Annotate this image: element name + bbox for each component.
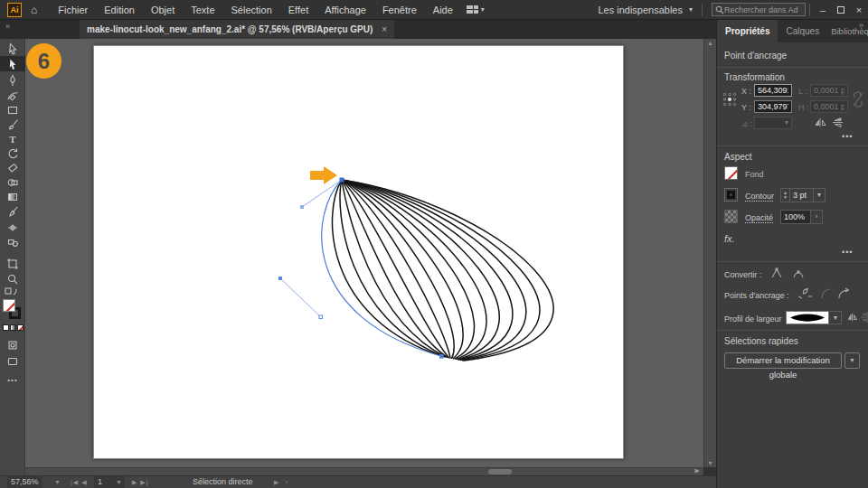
rotate-tool[interactable] — [0, 145, 25, 161]
stroke-width-stepper[interactable]: ▲▼ 3 pt ▼ — [780, 188, 826, 202]
last-artboard-icon[interactable]: ▶ ▶| — [132, 476, 149, 488]
x-field[interactable] — [754, 84, 792, 97]
link-dimensions-icon[interactable] — [852, 90, 864, 108]
collapse-panel-icon[interactable]: » — [859, 21, 863, 30]
gradient-button[interactable] — [10, 324, 16, 331]
reference-point-widget[interactable] — [722, 92, 737, 107]
stepper-arrows[interactable]: ▲▼ — [780, 188, 790, 202]
flip-horizontal-icon[interactable] — [815, 117, 828, 128]
height-field[interactable] — [810, 100, 848, 113]
none-button[interactable] — [17, 324, 24, 331]
chevron-down-icon: ▾ — [481, 5, 485, 14]
stroke-link[interactable]: Contour — [745, 192, 774, 201]
artboard-dropdown-icon[interactable]: ▼ — [116, 476, 123, 488]
color-button[interactable] — [3, 324, 9, 331]
maximize-button[interactable] — [832, 0, 850, 20]
document-tab[interactable]: make-linocut-look_new_anfang_2.ai* @ 57,… — [80, 20, 394, 39]
current-tool-label: Sélection directe — [193, 476, 253, 488]
stroke-width-dropdown-icon[interactable]: ▼ — [814, 188, 826, 202]
cut-path-icon[interactable] — [818, 287, 833, 300]
close-tab-icon[interactable]: × — [382, 24, 387, 34]
opacity-value[interactable]: 100% — [780, 210, 811, 224]
zoom-level[interactable]: 57,56% — [7, 476, 42, 488]
collapse-toolbar-icon[interactable]: » — [5, 22, 10, 31]
zoom-tool[interactable] — [0, 271, 25, 286]
curvature-tool[interactable] — [0, 88, 25, 103]
screen-mode-button[interactable] — [0, 353, 25, 369]
menu-fichier[interactable]: Fichier — [50, 0, 96, 20]
symbol-sprayer-tool[interactable] — [0, 234, 25, 249]
flip-vertical-icon[interactable] — [831, 117, 844, 128]
zoom-dropdown-icon[interactable]: ▼ — [54, 476, 61, 488]
global-edit-dropdown-icon[interactable]: ▼ — [844, 352, 860, 369]
workspace-switcher[interactable]: Les indispensables — [598, 5, 683, 15]
menu-texte[interactable]: Texte — [183, 0, 222, 20]
arrange-documents-button[interactable]: ▾ — [467, 5, 485, 14]
convert-to-corner-icon[interactable] — [769, 266, 784, 280]
menu-edition[interactable]: Edition — [96, 0, 143, 20]
global-edit-button[interactable]: Démarrer la modification globale — [724, 352, 842, 369]
flip-across-icon[interactable] — [860, 312, 868, 323]
color-mode-buttons[interactable] — [3, 324, 24, 331]
tab-proprietes[interactable]: Propriétés — [717, 20, 778, 42]
fill-none-swatch[interactable] — [3, 299, 15, 312]
gradient-tool[interactable] — [0, 189, 25, 204]
width-field[interactable] — [810, 84, 848, 97]
flip-along-icon[interactable] — [847, 312, 860, 323]
menu-fenetre[interactable]: Fenêtre — [374, 0, 425, 20]
status-play-icon[interactable]: ▶ — [274, 476, 279, 488]
stroke-color-swatch[interactable] — [724, 188, 738, 202]
opacity-panel-arrow[interactable]: › — [811, 210, 823, 224]
selection-tool[interactable] — [0, 41, 25, 56]
menu-effet[interactable]: Effet — [280, 0, 316, 20]
opacity-link[interactable]: Opacité — [745, 213, 773, 222]
edit-toolbar-button[interactable]: ••• — [0, 376, 25, 384]
tab-calques[interactable]: Calques — [778, 20, 827, 42]
menu-aide[interactable]: Aide — [425, 0, 461, 20]
opacity-swatch[interactable] — [724, 210, 738, 223]
type-tool[interactable]: T — [0, 131, 25, 146]
shape-builder-tool[interactable] — [0, 174, 25, 190]
width-profile-dropdown[interactable] — [786, 311, 829, 324]
eraser-tool[interactable] — [0, 160, 25, 175]
scroll-right-icon[interactable]: ▶ — [695, 467, 700, 474]
eyedropper-tool[interactable] — [0, 203, 25, 219]
y-field[interactable] — [754, 100, 792, 113]
paintbrush-tool[interactable] — [0, 117, 25, 132]
vertical-scrollbar[interactable]: ▲ ▼ — [703, 39, 716, 467]
fx-button[interactable]: fx. — [724, 233, 735, 244]
menu-selection[interactable]: Sélection — [223, 0, 280, 20]
appearance-more-options[interactable]: ••• — [842, 248, 853, 257]
convert-to-smooth-icon[interactable] — [791, 266, 806, 280]
menu-objet[interactable]: Objet — [143, 0, 183, 20]
width-tool[interactable] — [0, 220, 25, 235]
remove-anchor-icon[interactable] — [797, 286, 813, 300]
artboard[interactable] — [93, 45, 624, 459]
scroll-up-icon[interactable]: ▲ — [704, 40, 716, 46]
width-profile-dropdown-icon[interactable]: ▼ — [830, 311, 842, 324]
rotate-angle-dropdown[interactable]: ▾ — [754, 117, 792, 129]
horizontal-scrollbar[interactable]: ▶ — [25, 467, 703, 475]
menu-affichage[interactable]: Affichage — [316, 0, 374, 20]
direct-selection-tool[interactable] — [0, 56, 25, 71]
transform-more-options[interactable]: ••• — [842, 132, 853, 141]
minimize-button[interactable]: – — [814, 0, 832, 20]
join-path-icon[interactable] — [836, 287, 853, 300]
search-input[interactable] — [724, 5, 798, 14]
artboard-tool[interactable] — [0, 256, 25, 271]
home-icon[interactable]: ⌂ — [31, 4, 37, 16]
scrollbar-thumb[interactable] — [488, 469, 512, 474]
stroke-width-value[interactable]: 3 pt — [790, 188, 814, 202]
stock-search[interactable] — [712, 3, 806, 16]
fill-stroke-indicator[interactable] — [3, 299, 23, 321]
scroll-down-icon[interactable]: ▼ — [704, 460, 716, 466]
first-artboard-icon[interactable]: |◀ ◀ — [71, 476, 88, 488]
fill-none-swatch[interactable] — [724, 166, 738, 180]
close-button[interactable]: × — [850, 0, 868, 20]
status-chevron-icon[interactable]: ‹ — [286, 476, 288, 488]
canvas-area[interactable] — [25, 39, 703, 467]
rectangle-tool[interactable] — [0, 102, 25, 117]
pen-tool[interactable] — [0, 72, 25, 88]
status-bar: 57,56% ▼ |◀ ◀ 1 ▼ ▶ ▶| Sélection directe… — [0, 475, 716, 488]
drawing-modes-button[interactable] — [0, 337, 25, 352]
